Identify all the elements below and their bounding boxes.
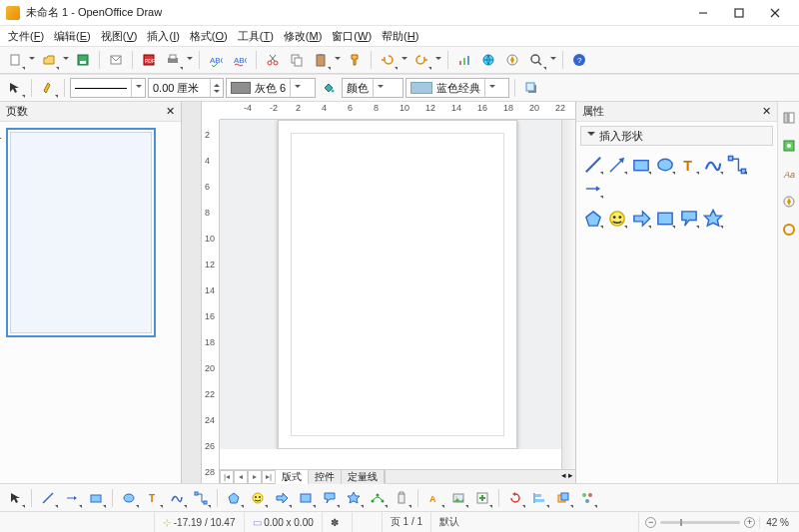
glue-icon[interactable]: [391, 487, 412, 509]
text-icon[interactable]: T: [678, 154, 700, 176]
styles-icon[interactable]: Aa: [779, 164, 799, 184]
first-tab-button[interactable]: |◂: [220, 470, 234, 484]
hyperlink-icon[interactable]: [477, 49, 499, 71]
open-icon[interactable]: [38, 49, 60, 71]
fill-type-select[interactable]: 颜色: [342, 78, 403, 98]
rectangle-icon[interactable]: [630, 154, 652, 176]
line-color-select[interactable]: 灰色 6: [226, 78, 316, 98]
rotate-icon[interactable]: [504, 487, 526, 509]
spellcheck-icon[interactable]: ABC: [205, 49, 227, 71]
zoom-slider[interactable]: [660, 521, 740, 524]
close-icon[interactable]: ✕: [166, 105, 175, 118]
ellipse-icon[interactable]: [654, 154, 676, 176]
auto-spellcheck-icon[interactable]: ABC: [229, 49, 251, 71]
stars-icon[interactable]: [702, 208, 724, 230]
fontwork-icon[interactable]: A: [423, 487, 445, 509]
navigator-icon[interactable]: [501, 49, 523, 71]
ellipse-icon[interactable]: [118, 487, 140, 509]
basic-shapes-icon[interactable]: [582, 208, 604, 230]
ext-icon[interactable]: [576, 487, 598, 509]
panes-icon[interactable]: [779, 108, 799, 128]
prev-tab-button[interactable]: ◂: [234, 470, 248, 484]
vertical-scrollbar[interactable]: [561, 120, 575, 469]
undo-icon[interactable]: [377, 49, 399, 71]
close-button[interactable]: [757, 3, 793, 23]
align-icon[interactable]: [528, 487, 550, 509]
menu-v[interactable]: 视图(V): [97, 27, 142, 46]
close-icon[interactable]: ✕: [762, 105, 771, 118]
select-icon[interactable]: [4, 487, 26, 509]
splitter-left[interactable]: [182, 102, 202, 483]
block-arrows-icon[interactable]: [630, 208, 652, 230]
copy-icon[interactable]: [286, 49, 308, 71]
insert-icon[interactable]: [471, 487, 493, 509]
chart-icon[interactable]: [453, 49, 475, 71]
menu-f[interactable]: 文件(F): [4, 27, 48, 46]
stars-icon[interactable]: [343, 487, 365, 509]
save-icon[interactable]: [72, 49, 94, 71]
layer-tab[interactable]: 控件: [309, 470, 342, 484]
last-tab-button[interactable]: ▸|: [262, 470, 276, 484]
line-icon[interactable]: [37, 487, 59, 509]
line-style-select[interactable]: [70, 78, 146, 98]
symbol-shapes-icon[interactable]: [247, 487, 269, 509]
zoom-value[interactable]: 42 %: [759, 517, 789, 528]
points-icon[interactable]: [367, 487, 389, 509]
symbol-shapes-icon[interactable]: [606, 208, 628, 230]
curve-icon[interactable]: [702, 154, 724, 176]
basic-shapes-icon[interactable]: [223, 487, 245, 509]
layer-tab[interactable]: 版式: [276, 470, 309, 484]
insert-shapes-section[interactable]: 插入形状: [580, 126, 773, 146]
cut-icon[interactable]: [262, 49, 284, 71]
block-arrows-icon[interactable]: [271, 487, 293, 509]
vertical-ruler[interactable]: 246810121416182022242628: [202, 120, 220, 483]
help-icon[interactable]: ?: [568, 49, 590, 71]
menu-i[interactable]: 插入(I): [143, 27, 183, 46]
connector-icon[interactable]: [726, 154, 748, 176]
layer-tab[interactable]: 定量线: [342, 470, 385, 484]
drawing-canvas[interactable]: [220, 120, 575, 449]
line-end-icon[interactable]: [582, 178, 604, 200]
callouts-icon[interactable]: [678, 208, 700, 230]
next-tab-button[interactable]: ▸: [248, 470, 262, 484]
menu-m[interactable]: 修改(M): [280, 27, 327, 46]
arrange-icon[interactable]: [552, 487, 574, 509]
zoom-out-icon[interactable]: −: [645, 517, 656, 528]
text-icon[interactable]: T: [142, 487, 164, 509]
arrow-icon[interactable]: [606, 154, 628, 176]
new-file-icon[interactable]: [4, 49, 26, 71]
highlight-color-icon[interactable]: [37, 77, 59, 99]
menu-t[interactable]: 工具(T): [234, 27, 278, 46]
flowchart-icon[interactable]: [295, 487, 317, 509]
line-icon[interactable]: [582, 154, 604, 176]
connector-icon[interactable]: [190, 487, 212, 509]
menu-h[interactable]: 帮助(H): [378, 27, 422, 46]
color-replacer-icon[interactable]: [779, 220, 799, 240]
zoom-icon[interactable]: [525, 49, 547, 71]
status-page[interactable]: 页 1 / 1: [382, 512, 430, 532]
page[interactable]: [278, 120, 517, 449]
line-width-input[interactable]: 0.00 厘米: [148, 78, 224, 98]
page-thumbnail[interactable]: 1: [6, 128, 156, 337]
navigator-icon[interactable]: [779, 192, 799, 212]
menu-w[interactable]: 窗口(W): [328, 27, 376, 46]
rectangle-icon[interactable]: [85, 487, 107, 509]
horizontal-ruler[interactable]: -4-2246810121416182022: [220, 102, 575, 120]
minimize-button[interactable]: [685, 3, 721, 23]
menu-e[interactable]: 编辑(E): [50, 27, 95, 46]
zoom-in-icon[interactable]: +: [744, 517, 755, 528]
format-paintbrush-icon[interactable]: [344, 49, 366, 71]
menu-o[interactable]: 格式(O): [186, 27, 232, 46]
redo-icon[interactable]: [410, 49, 432, 71]
callouts-icon[interactable]: [319, 487, 341, 509]
flowchart-icon[interactable]: [654, 208, 676, 230]
line-end-icon[interactable]: [61, 487, 83, 509]
paste-icon[interactable]: [310, 49, 332, 71]
print-icon[interactable]: [162, 49, 184, 71]
fill-bucket-icon[interactable]: [318, 77, 340, 99]
pointer-icon[interactable]: [4, 77, 26, 99]
maximize-button[interactable]: [721, 3, 757, 23]
export-pdf-icon[interactable]: PDF: [138, 49, 160, 71]
status-mode[interactable]: 默认: [430, 512, 467, 532]
shadow-icon[interactable]: [520, 77, 542, 99]
